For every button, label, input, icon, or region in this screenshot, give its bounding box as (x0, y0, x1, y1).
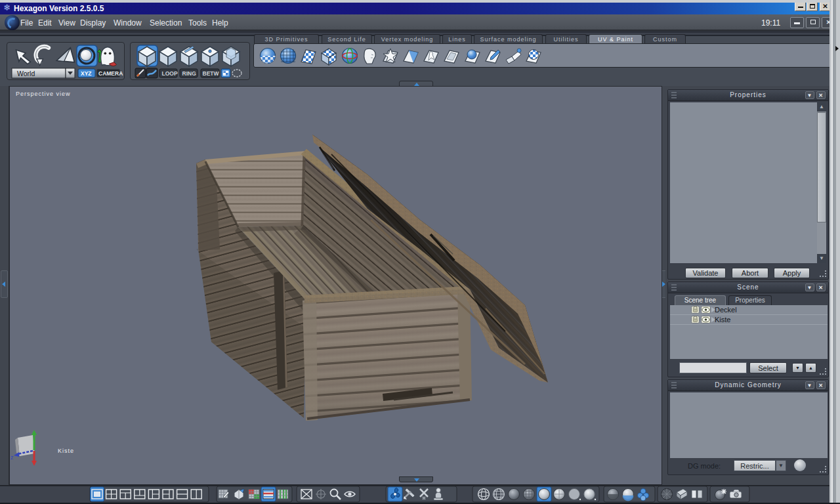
svg-text:XYZ: XYZ (81, 70, 92, 77)
svg-text:CAMERA: CAMERA (98, 70, 123, 77)
svg-text:z: z (10, 454, 14, 461)
svg-text:BETW: BETW (203, 70, 220, 77)
svg-text:LOOP: LOOP (162, 70, 178, 77)
svg-text:World: World (17, 70, 35, 77)
svg-text:RING: RING (182, 70, 197, 77)
